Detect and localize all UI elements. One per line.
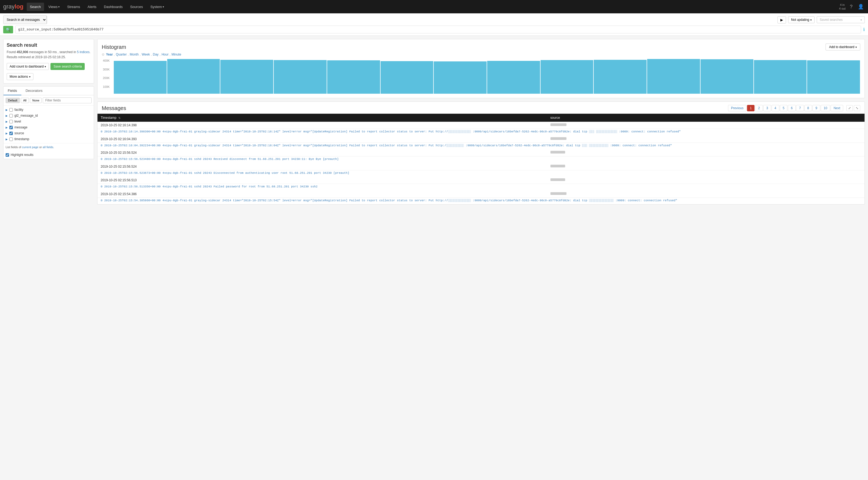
add-to-dashboard-label: Add to dashboard	[829, 45, 855, 49]
table-row[interactable]: 2019-10-25 02:16:14.398	[97, 122, 865, 129]
nav-system[interactable]: System ▾	[147, 3, 167, 11]
histogram-bar	[754, 60, 807, 94]
histogram-bar	[380, 61, 433, 94]
page-2-button[interactable]: 2	[755, 105, 763, 111]
main-content: Search result Found 452,906 messages in …	[0, 36, 868, 208]
found-label: Found	[7, 50, 16, 54]
not-updating-label: Not updating	[791, 18, 809, 22]
fields-footer: List fields of current page or all field…	[3, 143, 94, 151]
field-list: ▶ facility ▶ gl2_message_id ▶ level ▶	[3, 106, 94, 143]
field-checkbox-level[interactable]	[9, 120, 13, 123]
histogram-bar	[647, 59, 700, 94]
time-filter-month[interactable]: Month	[130, 53, 138, 56]
field-checkbox-gl2-message-id[interactable]	[9, 114, 13, 118]
field-item-gl2-message-id[interactable]: ▶ gl2_message_id	[3, 113, 94, 119]
table-row[interactable]: 2019-10-25 02:15:56.524	[97, 163, 865, 170]
indices-link[interactable]: 5 indices	[77, 50, 90, 54]
search-info-icon[interactable]: ℹ	[863, 27, 865, 32]
highlight-checkbox[interactable]	[6, 153, 9, 157]
nav-dashboards[interactable]: Dashboards	[101, 3, 126, 11]
sort-icon[interactable]: ⇅	[118, 117, 120, 119]
histogram-bar	[114, 61, 167, 94]
search-query-input[interactable]: gl2_source_input:5d9ba07bf5ad015951046b7…	[18, 28, 858, 32]
field-item-source[interactable]: ▶ source	[3, 130, 94, 136]
add-to-dashboard-button[interactable]: Add to dashboard ▾	[826, 43, 860, 51]
filter-none-btn[interactable]: None	[30, 98, 42, 103]
nav-sources[interactable]: Sources	[127, 3, 146, 11]
filter-all-btn[interactable]: All	[21, 98, 29, 103]
table-row-content: 0 2019-10-25T02:16:14.398306+00:00 4vcpu…	[97, 129, 865, 136]
page-6-button[interactable]: 6	[788, 105, 796, 111]
nav-streams[interactable]: Streams	[64, 3, 83, 11]
compress-button[interactable]: ⤡	[854, 105, 860, 111]
time-filter-minute[interactable]: Minute	[172, 53, 181, 56]
not-updating-button[interactable]: Not updating ▾	[788, 16, 814, 23]
page-4-button[interactable]: 4	[772, 105, 779, 111]
page-7-button[interactable]: 7	[796, 105, 804, 111]
msg-content: 0 2019-10-25T02:16:04.392234+00:00 4vcpu…	[97, 142, 865, 149]
table-row[interactable]: 2019-10-25 02:15:56.513	[97, 177, 865, 184]
filter-default-btn[interactable]: Default	[6, 98, 20, 103]
fields-filter-input[interactable]	[43, 97, 92, 103]
table-row-content: 0 2019-10-25T02:15:56.523486+00:00 4vcpu…	[97, 156, 865, 163]
table-row[interactable]: 2019-10-25 02:16:04.393	[97, 136, 865, 143]
expand-button[interactable]: ⤢	[846, 105, 853, 111]
histogram-chart: 400K 300K 200K 100K	[102, 59, 860, 94]
page-8-button[interactable]: 8	[804, 105, 812, 111]
page-3-button[interactable]: 3	[763, 105, 771, 111]
page-10-button[interactable]: 10	[821, 105, 830, 111]
search-scope-group: Search in all messages	[3, 15, 47, 24]
user-icon[interactable]: 👤	[857, 3, 865, 11]
add-count-button[interactable]: Add count to dashboard ▾	[7, 63, 49, 70]
throughput-indicator: 4 in 4 out	[839, 3, 845, 11]
histogram-bar	[487, 61, 540, 94]
page-next-button[interactable]: Next	[831, 105, 843, 111]
all-fields-link[interactable]: all fields	[43, 146, 54, 149]
messages-title: Messages	[102, 105, 725, 111]
nav-alerts[interactable]: Alerts	[84, 3, 100, 11]
saved-searches-dropdown[interactable]: Saved searches ▾	[817, 16, 865, 23]
more-actions-button[interactable]: More actions ▾	[7, 73, 33, 80]
field-item-facility[interactable]: ▶ facility	[3, 107, 94, 113]
time-filter-day[interactable]: Day	[153, 53, 158, 56]
time-filter-hour[interactable]: Hour	[162, 53, 168, 56]
search-bar-area: Search in all messages ▶ Not updating ▾ …	[0, 13, 868, 36]
field-checkbox-message[interactable]	[9, 126, 13, 129]
save-search-button[interactable]: Save search criteria	[51, 63, 85, 70]
table-row[interactable]: 2019-10-25 02:15:54.386	[97, 191, 865, 198]
play-button[interactable]: ▶	[777, 16, 786, 24]
search-query-wrap[interactable]: gl2_source_input:5d9ba07bf5ad015951046b7…	[15, 26, 861, 33]
field-checkbox-timestamp[interactable]	[9, 137, 13, 141]
brand-gray: gray	[3, 3, 15, 10]
page-5-button[interactable]: 5	[780, 105, 787, 111]
nav-views[interactable]: Views ▾	[45, 3, 63, 11]
page-prev-button[interactable]: Previous	[728, 105, 746, 111]
time-filter-year[interactable]: Year	[106, 53, 113, 56]
time-filter-week[interactable]: Week	[142, 53, 150, 56]
table-row[interactable]: 2019-10-25 02:15:56.524	[97, 149, 865, 156]
field-checkbox-facility[interactable]	[9, 108, 13, 111]
current-page-link[interactable]: current page	[22, 146, 38, 149]
field-item-message[interactable]: ▶ message	[3, 124, 94, 130]
field-checkbox-source[interactable]	[9, 132, 13, 135]
left-panel: Search result Found 452,906 messages in …	[3, 39, 94, 204]
field-item-timestamp[interactable]: ▶ timestamp	[3, 136, 94, 142]
nav-right: 4 in 4 out ? 👤	[839, 3, 865, 11]
page-1-button[interactable]: 1	[747, 105, 755, 111]
help-icon[interactable]: ?	[849, 3, 854, 11]
page-9-button[interactable]: 9	[812, 105, 820, 111]
time-filter-quarter[interactable]: Quarter	[116, 53, 127, 56]
field-item-level[interactable]: ▶ level	[3, 119, 94, 124]
search-scope-select[interactable]: Search in all messages	[3, 16, 47, 24]
table-row-content: 0 2019-10-25T02:16:04.392234+00:00 4vcpu…	[97, 142, 865, 149]
run-search-button[interactable]: 🔍	[3, 26, 13, 33]
field-name-gl2-message-id: gl2_message_id	[14, 114, 38, 118]
tab-decorators[interactable]: Decorators	[21, 87, 47, 95]
histogram-box: Histogram Add to dashboard ▾ ⊙ Year, Qua…	[97, 39, 865, 98]
msg-timestamp: 2019-10-25 02:15:56.524	[97, 149, 547, 156]
tab-fields[interactable]: Fields	[3, 87, 21, 95]
search-result-title: Search result	[7, 42, 91, 48]
nav-search[interactable]: Search	[27, 3, 44, 11]
fields-filter-row: Default All None	[3, 95, 94, 106]
highlight-row: Highlight results	[3, 151, 94, 159]
